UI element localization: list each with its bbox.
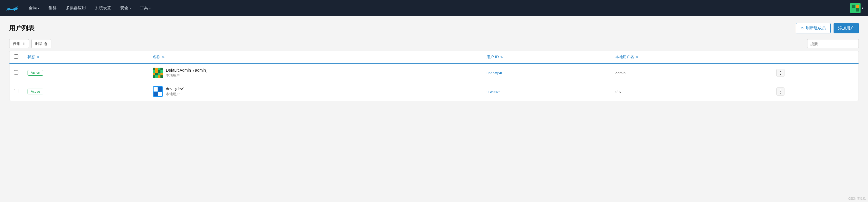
th-user-id[interactable]: 用户 ID ⇅ (482, 51, 611, 63)
page-title: 用户列表 (9, 24, 34, 32)
nav-item-security[interactable]: 安全 ▾ (116, 0, 135, 16)
user-type-2: 本地用户 (166, 92, 187, 97)
sort-icon-local-username: ⇅ (636, 55, 639, 59)
user-info-1: Default Admin（admin） 本地用户 (166, 68, 210, 78)
user-cell-1: Default Admin（admin） 本地用户 (153, 68, 477, 78)
toolbar-left: 停用 ⏸ 删除 🗑 (9, 39, 51, 48)
select-all-checkbox[interactable] (14, 54, 19, 59)
user-info-2: dev（dev） 本地用户 (166, 86, 187, 97)
th-actions (772, 51, 859, 63)
row-1-action-menu-button[interactable]: ⋮ (776, 69, 784, 77)
trash-icon: 🗑 (44, 42, 48, 46)
table-header-row: 状态 ⇅ 名称 ⇅ 用户 ID ⇅ 本地用户名 ⇅ (9, 51, 859, 63)
user-name-1: Default Admin（admin） (166, 68, 210, 73)
nav-item-cluster[interactable]: 集群 (44, 0, 61, 16)
row-1-actions: ⋮ (772, 63, 859, 82)
delete-button[interactable]: 删除 🗑 (31, 39, 51, 48)
th-status[interactable]: 状态 ⇅ (23, 51, 148, 63)
search-input[interactable] (807, 39, 859, 48)
svg-point-1 (16, 7, 17, 8)
pause-icon: ⏸ (22, 42, 25, 46)
row-2-action-menu-button[interactable]: ⋮ (776, 87, 784, 96)
user-menu-chevron[interactable]: ▾ (862, 6, 863, 10)
nav-item-multi-cluster-app[interactable]: 多集群应用 (61, 0, 90, 16)
row-checkbox-cell-1 (9, 63, 23, 82)
header-actions: ↺ 刷新组成员 添加用户 (796, 23, 859, 33)
sort-icon-name: ⇅ (162, 55, 164, 59)
nav-item-tools[interactable]: 工具 ▾ (135, 0, 155, 16)
sort-icon-user-id: ⇅ (500, 55, 503, 59)
refresh-icon: ↺ (801, 26, 804, 30)
navbar-right: ▾ (850, 3, 863, 13)
user-avatar-button[interactable] (850, 3, 861, 13)
avatar-admin (153, 68, 163, 78)
table-row: Active (9, 82, 859, 101)
select-all-header (9, 51, 23, 63)
user-type-1: 本地用户 (166, 73, 210, 78)
user-table-container: 状态 ⇅ 名称 ⇅ 用户 ID ⇅ 本地用户名 ⇅ (9, 51, 859, 101)
chevron-down-icon: ▾ (38, 7, 39, 10)
th-local-username[interactable]: 本地用户名 ⇅ (611, 51, 772, 63)
app-logo (5, 3, 22, 13)
row-2-user-id: u-wbnv4 (482, 82, 611, 101)
page-header: 用户列表 ↺ 刷新组成员 添加用户 (9, 23, 859, 33)
user-cell-2: dev（dev） 本地用户 (153, 86, 477, 97)
chevron-down-icon-3: ▾ (149, 7, 151, 10)
user-id-link-1[interactable]: user-xjr4r (487, 71, 502, 75)
row-2-actions: ⋮ (772, 82, 859, 101)
row-2-name: dev（dev） 本地用户 (148, 82, 482, 101)
row-1-status: Active (23, 63, 148, 82)
user-id-link-2[interactable]: u-wbnv4 (487, 90, 501, 94)
status-badge: Active (28, 70, 43, 76)
sort-icon-status: ⇅ (37, 55, 39, 59)
refresh-members-button[interactable]: ↺ 刷新组成员 (796, 23, 831, 33)
nav-item-system-settings[interactable]: 系统设置 (90, 0, 116, 16)
navbar: 全局 ▾ 集群 多集群应用 系统设置 安全 ▾ 工具 ▾ ▾ (0, 0, 868, 16)
user-table: 状态 ⇅ 名称 ⇅ 用户 ID ⇅ 本地用户名 ⇅ (9, 51, 859, 101)
th-name[interactable]: 名称 ⇅ (148, 51, 482, 63)
row-1-user-id: user-xjr4r (482, 63, 611, 82)
watermark: CSDN 享见见 (848, 197, 866, 201)
page-content: 用户列表 ↺ 刷新组成员 添加用户 停用 ⏸ 删除 🗑 (0, 16, 868, 202)
add-user-button[interactable]: 添加用户 (834, 23, 859, 33)
row-2-local-username: dev (611, 82, 772, 101)
user-name-2: dev（dev） (166, 86, 187, 92)
row-1-checkbox[interactable] (14, 70, 19, 75)
nav-item-global[interactable]: 全局 ▾ (24, 0, 44, 16)
table-row: Active (9, 63, 859, 82)
row-1-name: Default Admin（admin） 本地用户 (148, 63, 482, 82)
row-2-status: Active (23, 82, 148, 101)
chevron-down-icon-2: ▾ (129, 7, 131, 10)
avatar-dev (153, 86, 163, 97)
row-1-local-username: admin (611, 63, 772, 82)
row-2-checkbox[interactable] (14, 89, 19, 93)
search-container (807, 39, 859, 48)
toolbar: 停用 ⏸ 删除 🗑 (9, 39, 859, 48)
status-badge: Active (28, 89, 43, 94)
row-checkbox-cell-2 (9, 82, 23, 101)
disable-button[interactable]: 停用 ⏸ (9, 39, 29, 48)
